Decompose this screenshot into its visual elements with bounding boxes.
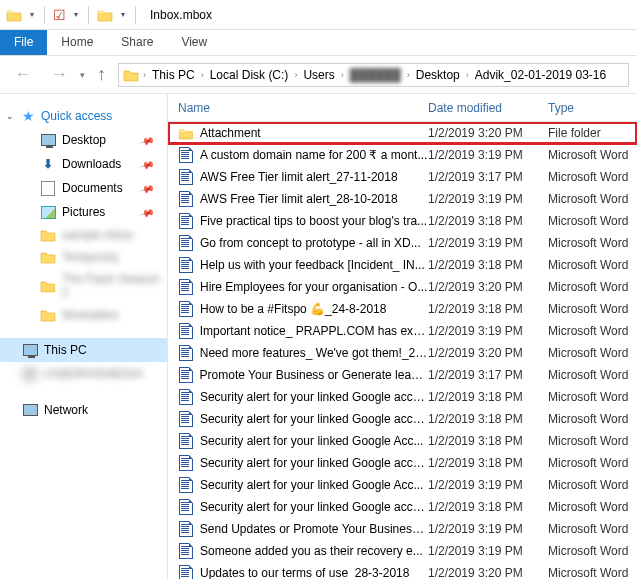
file-type: Microsoft Word: [548, 148, 637, 162]
address-bar[interactable]: › This PC › Local Disk (C:) › Users › ██…: [118, 63, 629, 87]
file-date: 1/2/2019 3:19 PM: [428, 522, 548, 536]
file-date: 1/2/2019 3:18 PM: [428, 412, 548, 426]
file-name: Promote Your Business or Generate leads.…: [200, 368, 428, 382]
back-arrow-icon[interactable]: ←: [8, 64, 38, 85]
tree-downloads[interactable]: ⬇ Downloads 📌: [0, 152, 167, 176]
tab-file[interactable]: File: [0, 30, 47, 55]
divider: [135, 6, 136, 24]
chevron-right-icon[interactable]: ›: [405, 70, 412, 80]
title-bar: ▾ ☑ ▾ ▾ Inbox.mbox: [0, 0, 637, 30]
qat-caret-icon[interactable]: ▾: [72, 10, 80, 19]
chevron-right-icon[interactable]: ›: [141, 70, 148, 80]
word-doc-icon: [178, 411, 194, 427]
file-row[interactable]: Security alert for your linked Google Ac…: [168, 430, 637, 452]
crumb-current[interactable]: Advik_02-01-2019 03-16: [471, 68, 610, 82]
file-type: Microsoft Word: [548, 456, 637, 470]
folder-icon: [40, 250, 56, 264]
file-row[interactable]: Security alert for your linked Google ac…: [168, 408, 637, 430]
header-date[interactable]: Date modified: [428, 101, 548, 115]
file-row[interactable]: Important notice_ PRAPPL.COM has expi...…: [168, 320, 637, 342]
tree-label: sample.mbox: [62, 228, 133, 242]
file-name: Help us with your feedback [Incident_ IN…: [200, 258, 425, 272]
file-row[interactable]: Need more features_ We've got them!_28..…: [168, 342, 637, 364]
file-row[interactable]: Promote Your Business or Generate leads.…: [168, 364, 637, 386]
file-row[interactable]: Send Updates or Promote Your Business ..…: [168, 518, 637, 540]
word-doc-icon: [178, 455, 194, 471]
file-name: AWS Free Tier limit alert_28-10-2018: [200, 192, 398, 206]
file-name: Security alert for your linked Google ac…: [200, 412, 428, 426]
header-name[interactable]: Name: [168, 101, 428, 115]
file-row[interactable]: Security alert for your linked Google Ac…: [168, 474, 637, 496]
forward-arrow-icon[interactable]: →: [44, 64, 74, 85]
tree-blurred-item[interactable]: The Flash Season 2: [0, 268, 167, 304]
chevron-right-icon[interactable]: ›: [464, 70, 471, 80]
folder-icon: [97, 8, 113, 22]
file-row[interactable]: Security alert for your linked Google ac…: [168, 452, 637, 474]
file-type: Microsoft Word: [548, 170, 637, 184]
header-type[interactable]: Type: [548, 101, 637, 115]
tree-quick-access[interactable]: ⌄ ★ Quick access: [0, 104, 167, 128]
quick-access-star-icon: ★: [22, 108, 35, 124]
word-doc-icon: [178, 147, 194, 163]
chevron-right-icon[interactable]: ›: [199, 70, 206, 80]
word-doc-icon: [178, 279, 194, 295]
file-row[interactable]: How to be a #Fitspo 💪_24-8-20181/2/2019 …: [168, 298, 637, 320]
tree-blurred-item[interactable]: Temporary: [0, 246, 167, 268]
file-row[interactable]: Attachment1/2/2019 3:20 PMFile folder: [168, 122, 637, 144]
file-date: 1/2/2019 3:17 PM: [428, 170, 548, 184]
file-row[interactable]: Security alert for your linked Google ac…: [168, 386, 637, 408]
tree-blurred-item[interactable]: sample.mbox: [0, 224, 167, 246]
crumb-desktop[interactable]: Desktop: [412, 68, 464, 82]
tab-home[interactable]: Home: [47, 30, 107, 55]
crumb-user-blurred[interactable]: ██████: [346, 68, 405, 82]
tab-view[interactable]: View: [167, 30, 221, 55]
crumb-this-pc[interactable]: This PC: [148, 68, 199, 82]
qat-caret-icon[interactable]: ▾: [28, 10, 36, 19]
tree-label: Network: [44, 403, 88, 417]
expand-caret-icon[interactable]: ⌄: [6, 111, 14, 121]
tree-blurred-item[interactable]: USBDRIVEMEDIA: [0, 362, 167, 386]
file-row[interactable]: Go from concept to prototype - all in XD…: [168, 232, 637, 254]
history-caret-icon[interactable]: ▾: [80, 70, 85, 80]
check-icon[interactable]: ☑: [53, 7, 66, 23]
tree-this-pc[interactable]: This PC: [0, 338, 167, 362]
tree-pictures[interactable]: Pictures 📌: [0, 200, 167, 224]
file-name: Important notice_ PRAPPL.COM has expi...: [200, 324, 428, 338]
file-type: Microsoft Word: [548, 522, 637, 536]
file-type: Microsoft Word: [548, 412, 637, 426]
desktop-icon: [40, 132, 56, 148]
chevron-right-icon[interactable]: ›: [339, 70, 346, 80]
tree-label: USBDRIVEMEDIA: [44, 367, 143, 381]
ribbon-tabs: File Home Share View: [0, 30, 637, 56]
tree-network[interactable]: Network: [0, 398, 167, 422]
file-date: 1/2/2019 3:20 PM: [428, 280, 548, 294]
tree-documents[interactable]: Documents 📌: [0, 176, 167, 200]
tree-blurred-item[interactable]: Workables: [0, 304, 167, 326]
file-type: Microsoft Word: [548, 566, 637, 579]
file-row[interactable]: AWS Free Tier limit alert_27-11-20181/2/…: [168, 166, 637, 188]
file-name: Attachment: [200, 126, 261, 140]
up-arrow-icon[interactable]: ↑: [91, 64, 112, 85]
tree-label: This PC: [44, 343, 87, 357]
downloads-icon: ⬇: [40, 156, 56, 172]
file-row[interactable]: Five practical tips to boost your blog's…: [168, 210, 637, 232]
file-name: AWS Free Tier limit alert_27-11-2018: [200, 170, 398, 184]
crumb-users[interactable]: Users: [299, 68, 338, 82]
file-date: 1/2/2019 3:20 PM: [428, 126, 548, 140]
qat-caret-icon[interactable]: ▾: [119, 10, 127, 19]
crumb-local-disk[interactable]: Local Disk (C:): [206, 68, 293, 82]
chevron-right-icon[interactable]: ›: [292, 70, 299, 80]
file-row[interactable]: A custom domain name for 200 ₹ a mont...…: [168, 144, 637, 166]
tab-share[interactable]: Share: [107, 30, 167, 55]
word-doc-icon: [178, 565, 194, 579]
file-name: Go from concept to prototype - all in XD…: [200, 236, 421, 250]
file-row[interactable]: Someone added you as their recovery e...…: [168, 540, 637, 562]
file-row[interactable]: Security alert for your linked Google ac…: [168, 496, 637, 518]
file-name: How to be a #Fitspo 💪_24-8-2018: [200, 302, 386, 316]
file-row[interactable]: Help us with your feedback [Incident_ IN…: [168, 254, 637, 276]
file-row[interactable]: Updates to our terms of use_28-3-20181/2…: [168, 562, 637, 579]
file-row[interactable]: Hire Employees for your organisation - O…: [168, 276, 637, 298]
tree-desktop[interactable]: Desktop 📌: [0, 128, 167, 152]
file-row[interactable]: AWS Free Tier limit alert_28-10-20181/2/…: [168, 188, 637, 210]
pin-icon: 📌: [139, 156, 155, 172]
